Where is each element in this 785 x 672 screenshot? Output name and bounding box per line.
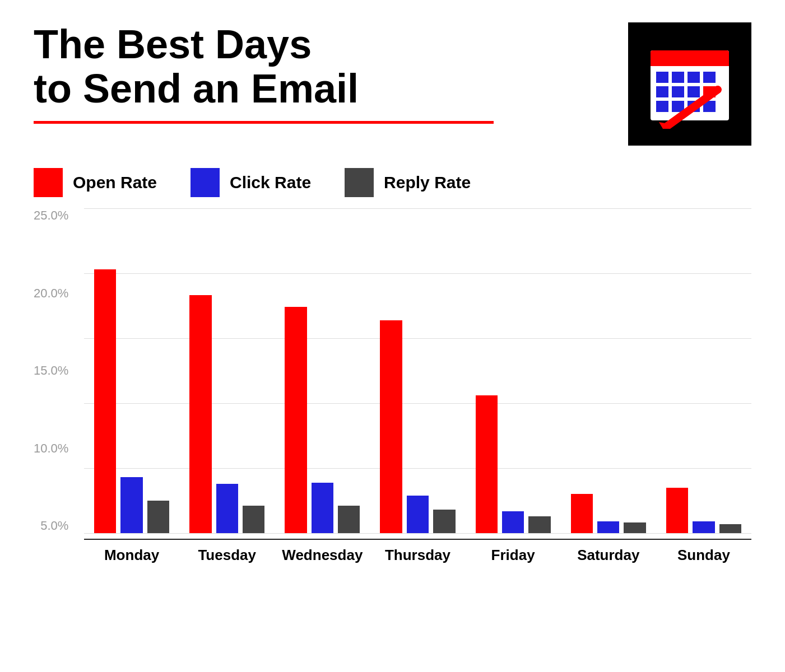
header: The Best Days to Send an Email: [34, 22, 751, 146]
legend-open: Open Rate: [34, 168, 157, 197]
page: The Best Days to Send an Email: [0, 0, 785, 672]
svg-rect-7: [656, 86, 668, 97]
calendar-svg: [645, 39, 735, 129]
bar-open-saturday: [571, 494, 593, 533]
x-label-saturday: Saturday: [561, 540, 656, 564]
legend-reply: Reply Rate: [345, 168, 471, 197]
bar-reply-sunday: [719, 524, 741, 533]
legend-click: Click Rate: [191, 168, 311, 197]
x-label-wednesday: Wednesday: [275, 540, 370, 564]
bar-reply-wednesday: [338, 506, 360, 533]
calendar-icon: [628, 22, 751, 146]
y-label-20: 20.0%: [34, 286, 68, 301]
legend-reply-box: [345, 168, 374, 197]
svg-rect-3: [656, 72, 668, 83]
legend-open-box: [34, 168, 63, 197]
bar-open-thursday: [380, 320, 402, 533]
legend-click-box: [191, 168, 220, 197]
bars-container: [84, 208, 751, 533]
svg-rect-5: [688, 72, 700, 83]
svg-rect-2: [651, 59, 729, 66]
title-line1: The Best Days: [34, 22, 312, 67]
day-group-thursday: [370, 320, 465, 533]
svg-rect-4: [672, 72, 684, 83]
bar-click-sunday: [693, 521, 714, 533]
svg-rect-6: [703, 72, 716, 83]
bar-open-monday: [94, 269, 116, 533]
bar-reply-saturday: [624, 522, 645, 533]
x-labels: MondayTuesdayWednesdayThursdayFridaySatu…: [84, 539, 751, 564]
svg-rect-12: [672, 101, 684, 112]
bar-reply-friday: [528, 516, 550, 533]
title-line2: to Send an Email: [34, 66, 359, 111]
y-axis: 25.0% 20.0% 15.0% 10.0% 5.0%: [34, 208, 74, 533]
legend-click-label: Click Rate: [230, 173, 311, 192]
gridline-0: [84, 533, 751, 534]
day-group-wednesday: [275, 307, 370, 533]
bar-click-saturday: [597, 521, 619, 533]
title-block: The Best Days to Send an Email: [34, 22, 628, 124]
chart-area: 25.0% 20.0% 15.0% 10.0% 5.0% MondayTuesd…: [34, 208, 751, 589]
bar-reply-monday: [147, 501, 169, 533]
legend: Open Rate Click Rate Reply Rate: [34, 168, 751, 197]
bar-open-wednesday: [285, 307, 306, 533]
red-divider: [34, 121, 494, 124]
bar-reply-thursday: [433, 510, 455, 533]
bar-click-wednesday: [312, 483, 333, 533]
bar-click-monday: [120, 477, 142, 533]
bar-click-friday: [502, 511, 524, 533]
day-group-monday: [84, 269, 179, 533]
y-label-5: 5.0%: [40, 519, 68, 533]
legend-open-label: Open Rate: [73, 173, 157, 192]
svg-rect-8: [672, 86, 684, 97]
bar-click-tuesday: [216, 484, 238, 533]
x-label-thursday: Thursday: [370, 540, 465, 564]
bar-open-tuesday: [189, 295, 211, 533]
day-group-saturday: [561, 494, 656, 533]
legend-reply-label: Reply Rate: [384, 173, 471, 192]
day-group-sunday: [656, 488, 751, 533]
chart-plot: [84, 208, 751, 533]
bar-click-thursday: [407, 496, 429, 533]
bar-open-friday: [476, 395, 498, 533]
bar-open-sunday: [666, 488, 688, 533]
y-label-25: 25.0%: [34, 208, 68, 223]
y-label-15: 15.0%: [34, 363, 68, 378]
x-label-friday: Friday: [466, 540, 561, 564]
svg-rect-9: [688, 86, 700, 97]
bar-reply-tuesday: [243, 506, 264, 533]
x-label-monday: Monday: [84, 540, 179, 564]
page-title: The Best Days to Send an Email: [34, 22, 628, 111]
y-label-10: 10.0%: [34, 441, 68, 456]
svg-rect-11: [656, 101, 668, 112]
x-label-sunday: Sunday: [656, 540, 751, 564]
day-group-tuesday: [179, 295, 275, 533]
x-label-tuesday: Tuesday: [179, 540, 275, 564]
day-group-friday: [466, 395, 561, 533]
